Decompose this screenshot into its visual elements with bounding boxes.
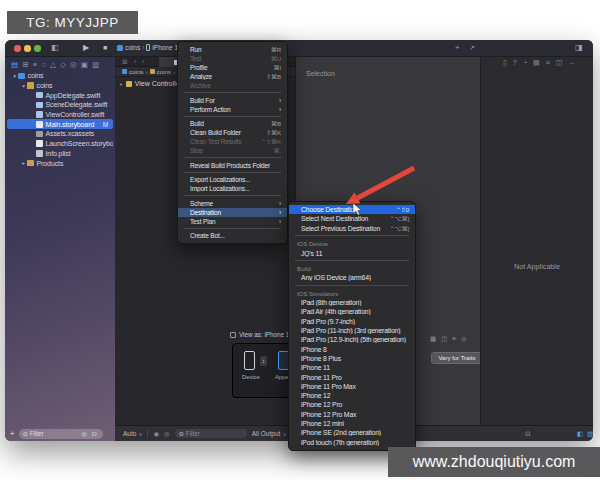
disclosure-icon[interactable]: ▾ bbox=[11, 73, 18, 79]
submenu-item-ipad-8th-generation[interactable]: iPad (8th generation) bbox=[289, 298, 415, 307]
file-row-viewcontroller-swift[interactable]: ViewController.swift bbox=[7, 110, 113, 120]
recent-files-filter-icon[interactable]: ◎ bbox=[81, 430, 86, 437]
back-icon[interactable]: ‹ bbox=[134, 57, 136, 67]
forward-icon[interactable]: › bbox=[142, 57, 144, 67]
stop-button[interactable]: ■ bbox=[103, 44, 107, 52]
disclosure-icon[interactable]: ▸ bbox=[20, 160, 27, 166]
all-output-dropdown[interactable]: All Output ∨ bbox=[252, 430, 287, 437]
file-row-launchscreen-storyboard[interactable]: LaunchScreen.storyboard bbox=[7, 139, 113, 149]
size-inspector-icon[interactable]: ◫ bbox=[556, 59, 563, 67]
submenu-item-iphone-11[interactable]: iPhone 11 bbox=[289, 363, 415, 372]
project-file-tree: ▾coins▾coinsAppDelegate.swiftSceneDelega… bbox=[5, 71, 115, 168]
breakpoint-navigator-icon[interactable]: ▣ bbox=[81, 59, 88, 70]
debug-area-toggle-icon[interactable]: ◧ bbox=[577, 430, 583, 438]
console-toggle-icon[interactable]: ◎ bbox=[164, 430, 170, 438]
tab-overview-icon[interactable]: ⊞ bbox=[122, 57, 127, 67]
submenu-item-jq-s-11[interactable]: JQ's 11 bbox=[289, 248, 415, 257]
file-row-appdelegate-swift[interactable]: AppDelegate.swift bbox=[7, 90, 113, 100]
source-control-filter-icon[interactable]: ⊡ bbox=[92, 430, 97, 437]
debug-filter-field[interactable]: ⊙ bbox=[175, 429, 247, 438]
submenu-item-iphone-se-2nd-generation[interactable]: iPhone SE (2nd generation) bbox=[289, 428, 415, 437]
file-row-info-plist[interactable]: Info.plist bbox=[7, 149, 113, 159]
file-row-coins[interactable]: ▾coins bbox=[7, 71, 113, 81]
resolve-icon[interactable]: ◎ bbox=[461, 335, 467, 343]
code-review-icon[interactable]: ↗ bbox=[469, 44, 475, 52]
menu-item-export-localizations[interactable]: Export Localizations... bbox=[178, 175, 287, 184]
menu-item-clean-build-folder[interactable]: Clean Build Folder⇧⌘K bbox=[178, 128, 287, 137]
submenu-item-ipad-air-4th-generation[interactable]: iPad Air (4th generation) bbox=[289, 307, 415, 316]
file-row-products[interactable]: ▸Products bbox=[7, 158, 113, 168]
submenu-item-ipad-pro-9-7-inch[interactable]: iPad Pro (9.7-inch) bbox=[289, 317, 415, 326]
pin-icon[interactable]: ≡ bbox=[452, 335, 456, 343]
device-phone-icon[interactable] bbox=[244, 351, 255, 370]
vary-for-traits-button[interactable]: Vary for Traits bbox=[431, 352, 483, 364]
report-navigator-icon[interactable]: ▥ bbox=[92, 59, 99, 70]
file-row-coins[interactable]: ▾coins bbox=[7, 81, 113, 91]
menu-item-reveal-build-products-folder[interactable]: Reveal Build Products Folder bbox=[178, 161, 287, 170]
menu-item-import-localizations[interactable]: Import Localizations... bbox=[178, 184, 287, 193]
menu-item-destination[interactable]: Destination› bbox=[178, 208, 287, 217]
issue-navigator-icon[interactable]: △ bbox=[50, 59, 56, 70]
align-icon[interactable]: ◫ bbox=[441, 335, 447, 343]
submenu-item-select-next-destination[interactable]: Select Next Destination⌃⌥⌘] bbox=[289, 214, 415, 223]
scheme-selector[interactable]: coins › iPhone 11 bbox=[117, 44, 181, 51]
submenu-item-iphone-11-pro[interactable]: iPhone 11 Pro bbox=[289, 372, 415, 381]
submenu-item-iphone-11-pro-max[interactable]: iPhone 11 Pro Max bbox=[289, 382, 415, 391]
menu-item-analyze[interactable]: Analyze⇧⌘B bbox=[178, 72, 287, 81]
file-row-assets-xcassets[interactable]: Assets.xcassets bbox=[7, 129, 113, 139]
disclosure-icon[interactable]: ▸ bbox=[120, 81, 123, 87]
menu-item-perform-action[interactable]: Perform Action› bbox=[178, 105, 287, 114]
attributes-inspector-icon[interactable]: ≡ bbox=[546, 59, 550, 67]
submenu-item-iphone-12[interactable]: iPhone 12 bbox=[289, 391, 415, 400]
zoom-window-button[interactable] bbox=[34, 45, 41, 52]
submenu-item-iphone-12-mini[interactable]: iPhone 12 mini bbox=[289, 419, 415, 428]
close-window-button[interactable] bbox=[14, 45, 21, 52]
menu-item-scheme[interactable]: Scheme› bbox=[178, 199, 287, 208]
debug-navigator-icon[interactable]: ◎ bbox=[70, 59, 77, 70]
file-row-scenedelegate-swift[interactable]: SceneDelegate.swift bbox=[7, 100, 113, 110]
file-inspector-icon[interactable]: ▯ bbox=[503, 59, 507, 67]
submenu-item-ipad-pro-12-9-inch-5th-generation[interactable]: iPad Pro (12.9-inch) (5th generation) bbox=[289, 335, 415, 344]
connections-inspector-icon[interactable]: → bbox=[568, 59, 575, 67]
menu-item-run[interactable]: Run⌘R bbox=[178, 45, 287, 54]
submenu-item-iphone-12-pro-max[interactable]: iPhone 12 Pro Max bbox=[289, 410, 415, 419]
inspector-toggle-icon[interactable]: ◨ bbox=[575, 44, 583, 52]
menu-item-build-for[interactable]: Build For› bbox=[178, 96, 287, 105]
submenu-item-ipod-touch-7th-generation[interactable]: iPod touch (7th generation) bbox=[289, 437, 415, 446]
navigator-filter-field[interactable]: ⊙ ◎ ⊡ bbox=[19, 429, 103, 439]
debug-filter-input[interactable] bbox=[186, 430, 232, 437]
submenu-item-select-previous-destination[interactable]: Select Previous Destination⌃⌥⌘[ bbox=[289, 224, 415, 233]
submenu-item-iphone-8[interactable]: iPhone 8 bbox=[289, 344, 415, 353]
submenu-item-any-ios-device-arm64[interactable]: Any iOS Device (arm64) bbox=[289, 273, 415, 282]
menu-item-test-plan[interactable]: Test Plan› bbox=[178, 217, 287, 226]
device-stepper[interactable]: ↕ bbox=[260, 356, 267, 366]
submenu-item-iphone-12-pro[interactable]: iPhone 12 Pro bbox=[289, 400, 415, 409]
symbol-navigator-icon[interactable]: ≡ bbox=[33, 59, 37, 70]
disclosure-icon[interactable]: ▾ bbox=[20, 83, 27, 89]
identity-inspector-icon[interactable]: ▤ bbox=[533, 59, 540, 67]
menu-item-build[interactable]: Build⌘B bbox=[178, 119, 287, 128]
find-navigator-icon[interactable]: ○ bbox=[41, 59, 46, 70]
minimize-window-button[interactable] bbox=[24, 45, 31, 52]
trash-icon[interactable]: ⊟ bbox=[525, 430, 530, 438]
test-navigator-icon[interactable]: ◇ bbox=[60, 59, 66, 70]
menu-item-profile[interactable]: Profile⌘I bbox=[178, 63, 287, 72]
submenu-item-choose-destination[interactable]: Choose Destination⌃⇧0 bbox=[289, 205, 415, 214]
breakpoints-toggle-icon[interactable]: ◉ bbox=[153, 430, 159, 438]
navigator-filter-input[interactable] bbox=[30, 430, 76, 437]
console-area-toggle-icon[interactable]: ▥ bbox=[587, 430, 593, 438]
library-plus-icon[interactable]: + bbox=[455, 44, 460, 52]
file-row-main-storyboard[interactable]: Main.storyboardM bbox=[7, 119, 113, 129]
quick-help-inspector-icon[interactable]: ? bbox=[513, 59, 517, 67]
run-button[interactable]: ▶ bbox=[83, 44, 89, 52]
submenu-item-ipad-pro-11-inch-3rd-generation[interactable]: iPad Pro (11-inch) (3rd generation) bbox=[289, 326, 415, 335]
add-file-button[interactable]: + bbox=[10, 429, 15, 438]
submenu-item-iphone-8-plus[interactable]: iPhone 8 Plus bbox=[289, 354, 415, 363]
embed-icon[interactable]: ▦ bbox=[430, 335, 436, 343]
auto-variables-dropdown[interactable]: Auto ∨ bbox=[123, 430, 142, 437]
project-navigator-icon[interactable]: ▤ bbox=[11, 59, 18, 70]
menu-item-create-bot[interactable]: Create Bot... bbox=[178, 231, 287, 240]
history-inspector-icon[interactable]: ◔ bbox=[523, 59, 527, 67]
source-control-navigator-icon[interactable]: ⊞ bbox=[22, 59, 28, 70]
navigator-toggle-icon[interactable]: ◧ bbox=[51, 44, 59, 52]
